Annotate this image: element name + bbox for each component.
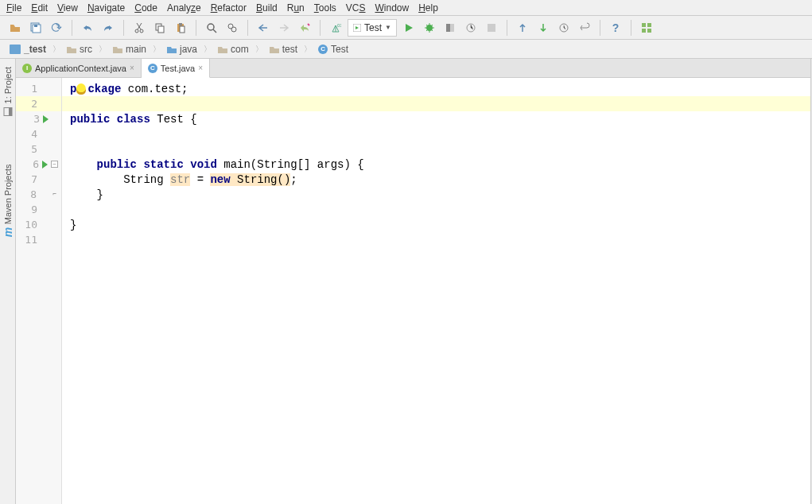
menu-edit[interactable]: Edit bbox=[31, 2, 48, 14]
svg-point-10 bbox=[208, 24, 214, 30]
breadcrumb-chevron-icon: 〉 bbox=[204, 44, 212, 55]
project-icon bbox=[10, 45, 21, 54]
svg-rect-9 bbox=[180, 26, 185, 33]
redo-icon[interactable] bbox=[99, 19, 117, 37]
menu-run[interactable]: Run bbox=[287, 2, 305, 14]
find-icon[interactable] bbox=[203, 19, 220, 37]
svg-rect-6 bbox=[158, 26, 164, 33]
close-tab-icon[interactable]: × bbox=[198, 64, 203, 72]
menu-build[interactable]: Build bbox=[256, 2, 278, 14]
project-tool-window-button[interactable]: 1: Project bbox=[3, 67, 13, 116]
run-config-icon bbox=[353, 24, 361, 32]
maven-icon: m bbox=[2, 227, 14, 237]
forward-icon[interactable] bbox=[275, 19, 293, 37]
project-tool-icon bbox=[3, 107, 13, 116]
folder-icon bbox=[270, 45, 279, 53]
code-pane[interactable]: pckage com.test; public class Test { pub… bbox=[62, 78, 810, 504]
svg-rect-21 bbox=[642, 23, 646, 27]
back-icon[interactable] bbox=[254, 19, 272, 37]
menu-vcs[interactable]: VCS bbox=[346, 2, 366, 14]
menu-file[interactable]: File bbox=[6, 2, 21, 14]
vcs-commit-icon[interactable] bbox=[534, 19, 552, 37]
sync-icon[interactable] bbox=[48, 19, 65, 37]
folder-icon bbox=[218, 45, 227, 53]
vcs-history-icon[interactable] bbox=[555, 19, 573, 37]
left-tool-sidebar: 1: Project m Maven Projects bbox=[0, 59, 16, 504]
editor-tab-test[interactable]: C Test.java × bbox=[142, 59, 210, 78]
editor-tabs: I ApplicationContext.java × C Test.java … bbox=[16, 59, 810, 78]
intention-bulb-icon[interactable] bbox=[76, 83, 86, 95]
folder-icon bbox=[67, 45, 76, 53]
undo-icon[interactable] bbox=[79, 19, 96, 37]
menu-analyze[interactable]: Analyze bbox=[167, 2, 201, 14]
breadcrumb-src[interactable]: src bbox=[64, 42, 95, 56]
breadcrumb-class[interactable]: C Test bbox=[315, 42, 352, 56]
vcs-revert-icon[interactable] bbox=[576, 19, 593, 37]
menu-refactor[interactable]: Refactor bbox=[211, 2, 247, 14]
breadcrumb-com[interactable]: com bbox=[215, 42, 252, 56]
profile-icon[interactable] bbox=[462, 19, 480, 37]
chevron-down-icon: ▼ bbox=[385, 24, 391, 31]
svg-text:01: 01 bbox=[337, 23, 341, 28]
editor-tab-applicationcontext[interactable]: I ApplicationContext.java × bbox=[16, 59, 142, 77]
menu-view[interactable]: View bbox=[57, 2, 78, 14]
breadcrumb-chevron-icon: 〉 bbox=[255, 44, 263, 55]
editor-gutter[interactable]: 1 2 3 4 5 6− 7 8⌐ 9 10 11 bbox=[16, 78, 62, 504]
menu-help[interactable]: Help bbox=[418, 2, 438, 14]
save-all-icon[interactable] bbox=[27, 19, 45, 37]
build-icon[interactable]: 01 bbox=[327, 19, 344, 37]
interface-icon: I bbox=[22, 64, 32, 73]
svg-rect-8 bbox=[179, 23, 182, 25]
svg-point-4 bbox=[140, 29, 143, 33]
coverage-icon[interactable] bbox=[441, 19, 459, 37]
breadcrumb-bar: _test 〉 src 〉 main 〉 java 〉 com 〉 test 〉… bbox=[0, 40, 812, 59]
breadcrumb-java[interactable]: java bbox=[164, 42, 200, 56]
breadcrumb-main[interactable]: main bbox=[110, 42, 150, 56]
class-icon: C bbox=[318, 45, 328, 54]
svg-rect-24 bbox=[647, 29, 651, 33]
run-config-label: Test bbox=[364, 22, 382, 33]
menu-code[interactable]: Code bbox=[134, 2, 157, 14]
svg-point-15 bbox=[426, 25, 433, 31]
vcs-update-icon[interactable] bbox=[514, 19, 531, 37]
close-tab-icon[interactable]: × bbox=[130, 64, 134, 72]
fold-icon[interactable]: − bbox=[51, 161, 58, 168]
svg-rect-22 bbox=[647, 23, 651, 27]
open-icon[interactable] bbox=[6, 19, 24, 37]
maven-tool-window-button[interactable]: m Maven Projects bbox=[2, 164, 14, 237]
stop-icon[interactable] bbox=[483, 19, 500, 37]
menu-bar: File Edit View Navigate Code Analyze Ref… bbox=[0, 0, 812, 16]
svg-rect-17 bbox=[446, 24, 450, 32]
run-line-icon[interactable] bbox=[42, 161, 48, 169]
breadcrumb-test[interactable]: test bbox=[266, 42, 301, 56]
help-icon[interactable]: ? bbox=[607, 19, 624, 37]
paste-icon[interactable] bbox=[172, 19, 189, 37]
breadcrumb-chevron-icon: 〉 bbox=[52, 44, 60, 55]
last-edit-icon[interactable] bbox=[296, 19, 313, 37]
svg-rect-19 bbox=[488, 24, 495, 32]
breadcrumb-chevron-icon: 〉 bbox=[99, 44, 107, 55]
menu-window[interactable]: Window bbox=[375, 2, 409, 14]
breadcrumb-chevron-icon: 〉 bbox=[304, 44, 312, 55]
editor-body[interactable]: 1 2 3 4 5 6− 7 8⌐ 9 10 11 pckage com.tes… bbox=[16, 78, 810, 504]
svg-point-3 bbox=[135, 29, 138, 33]
breadcrumb-project[interactable]: _test bbox=[6, 42, 49, 56]
cut-icon[interactable] bbox=[130, 19, 148, 37]
run-config-selector[interactable]: Test ▼ bbox=[348, 19, 397, 37]
structure-icon[interactable] bbox=[638, 19, 655, 37]
fold-icon[interactable]: ⌐ bbox=[51, 191, 58, 198]
main-toolbar: 01 Test ▼ ? bbox=[0, 16, 812, 40]
folder-icon bbox=[167, 45, 177, 53]
menu-tools[interactable]: Tools bbox=[314, 2, 336, 14]
class-icon: C bbox=[148, 64, 157, 73]
run-icon[interactable] bbox=[400, 19, 418, 37]
folder-icon bbox=[113, 45, 122, 53]
svg-point-12 bbox=[231, 27, 236, 32]
copy-icon[interactable] bbox=[151, 19, 169, 37]
replace-icon[interactable] bbox=[223, 19, 241, 37]
debug-icon[interactable] bbox=[421, 19, 438, 37]
menu-navigate[interactable]: Navigate bbox=[87, 2, 125, 14]
breadcrumb-chevron-icon: 〉 bbox=[153, 44, 161, 55]
run-line-icon[interactable] bbox=[43, 115, 49, 123]
svg-rect-23 bbox=[642, 29, 646, 33]
